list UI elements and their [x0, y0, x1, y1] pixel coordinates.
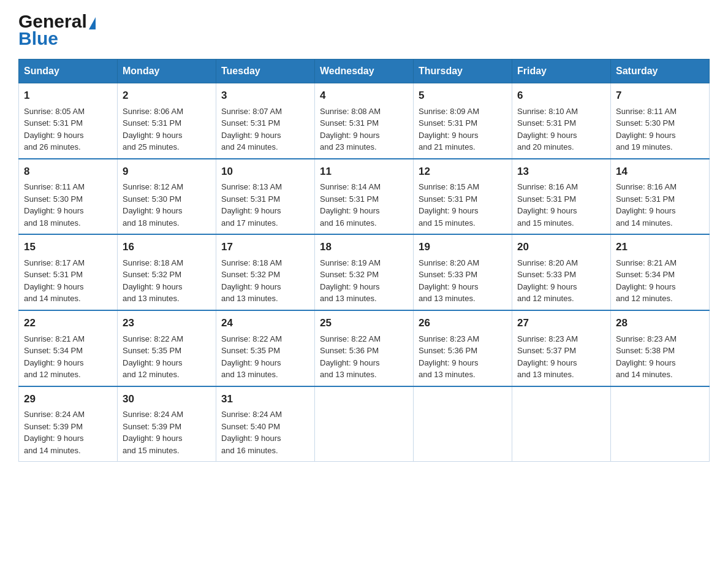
- calendar-cell: [611, 386, 710, 462]
- calendar-cell: 21Sunrise: 8:21 AMSunset: 5:34 PMDayligh…: [611, 234, 710, 310]
- header-day-monday: Monday: [118, 59, 216, 83]
- header-day-wednesday: Wednesday: [315, 59, 414, 83]
- calendar-cell: 18Sunrise: 8:19 AMSunset: 5:32 PMDayligh…: [315, 234, 414, 310]
- day-number: 28: [616, 316, 704, 331]
- page-header: General Blue: [18, 12, 710, 48]
- calendar-header: SundayMondayTuesdayWednesdayThursdayFrid…: [19, 59, 710, 83]
- day-number: 22: [24, 316, 112, 331]
- day-number: 26: [419, 316, 507, 331]
- calendar-cell: 2Sunrise: 8:06 AMSunset: 5:31 PMDaylight…: [118, 83, 216, 159]
- day-number: 3: [221, 88, 309, 104]
- day-number: 8: [24, 164, 112, 180]
- calendar-cell: 30Sunrise: 8:24 AMSunset: 5:39 PMDayligh…: [118, 386, 216, 462]
- logo-blue-text: Blue: [18, 29, 58, 48]
- calendar-table: SundayMondayTuesdayWednesdayThursdayFrid…: [18, 59, 710, 462]
- calendar-cell: 4Sunrise: 8:08 AMSunset: 5:31 PMDaylight…: [315, 83, 414, 159]
- day-info: Sunrise: 8:08 AMSunset: 5:31 PMDaylight:…: [320, 105, 408, 153]
- day-info: Sunrise: 8:24 AMSunset: 5:39 PMDaylight:…: [24, 408, 112, 456]
- calendar-cell: 1Sunrise: 8:05 AMSunset: 5:31 PMDaylight…: [19, 83, 118, 159]
- calendar-cell: 27Sunrise: 8:23 AMSunset: 5:37 PMDayligh…: [512, 310, 611, 386]
- calendar-cell: 8Sunrise: 8:11 AMSunset: 5:30 PMDaylight…: [19, 159, 118, 235]
- day-info: Sunrise: 8:10 AMSunset: 5:31 PMDaylight:…: [517, 105, 605, 153]
- day-info: Sunrise: 8:22 AMSunset: 5:35 PMDaylight:…: [221, 333, 309, 381]
- day-info: Sunrise: 8:18 AMSunset: 5:32 PMDaylight:…: [221, 257, 309, 305]
- day-info: Sunrise: 8:05 AMSunset: 5:31 PMDaylight:…: [24, 105, 112, 153]
- day-info: Sunrise: 8:16 AMSunset: 5:31 PMDaylight:…: [517, 181, 605, 229]
- day-info: Sunrise: 8:19 AMSunset: 5:32 PMDaylight:…: [320, 257, 408, 305]
- day-number: 17: [221, 240, 309, 255]
- day-info: Sunrise: 8:21 AMSunset: 5:34 PMDaylight:…: [616, 257, 704, 305]
- calendar-cell: 28Sunrise: 8:23 AMSunset: 5:38 PMDayligh…: [611, 310, 710, 386]
- day-info: Sunrise: 8:22 AMSunset: 5:35 PMDaylight:…: [123, 333, 211, 381]
- day-info: Sunrise: 8:09 AMSunset: 5:31 PMDaylight:…: [419, 105, 507, 153]
- day-info: Sunrise: 8:23 AMSunset: 5:37 PMDaylight:…: [517, 333, 605, 381]
- day-number: 29: [24, 392, 112, 407]
- day-info: Sunrise: 8:14 AMSunset: 5:31 PMDaylight:…: [320, 181, 408, 229]
- calendar-cell: 19Sunrise: 8:20 AMSunset: 5:33 PMDayligh…: [414, 234, 512, 310]
- calendar-cell: 3Sunrise: 8:07 AMSunset: 5:31 PMDaylight…: [216, 83, 315, 159]
- day-number: 16: [123, 240, 211, 255]
- day-number: 30: [123, 392, 211, 407]
- day-number: 7: [616, 88, 704, 104]
- day-info: Sunrise: 8:23 AMSunset: 5:36 PMDaylight:…: [419, 333, 507, 381]
- day-info: Sunrise: 8:18 AMSunset: 5:32 PMDaylight:…: [123, 257, 211, 305]
- day-info: Sunrise: 8:24 AMSunset: 5:39 PMDaylight:…: [123, 408, 211, 456]
- calendar-cell: 10Sunrise: 8:13 AMSunset: 5:31 PMDayligh…: [216, 159, 315, 235]
- header-day-friday: Friday: [512, 59, 611, 83]
- header-row: SundayMondayTuesdayWednesdayThursdayFrid…: [19, 59, 710, 83]
- day-number: 9: [123, 164, 211, 180]
- calendar-week-row: 1Sunrise: 8:05 AMSunset: 5:31 PMDaylight…: [19, 83, 710, 159]
- calendar-week-row: 8Sunrise: 8:11 AMSunset: 5:30 PMDaylight…: [19, 159, 710, 235]
- header-day-thursday: Thursday: [414, 59, 512, 83]
- calendar-cell: 14Sunrise: 8:16 AMSunset: 5:31 PMDayligh…: [611, 159, 710, 235]
- day-info: Sunrise: 8:24 AMSunset: 5:40 PMDaylight:…: [221, 408, 309, 456]
- calendar-cell: 17Sunrise: 8:18 AMSunset: 5:32 PMDayligh…: [216, 234, 315, 310]
- day-number: 31: [221, 392, 309, 407]
- day-number: 24: [221, 316, 309, 331]
- calendar-cell: 13Sunrise: 8:16 AMSunset: 5:31 PMDayligh…: [512, 159, 611, 235]
- day-number: 13: [517, 164, 605, 180]
- calendar-cell: [414, 386, 512, 462]
- day-number: 21: [616, 240, 704, 255]
- logo-triangle-icon: [89, 17, 96, 29]
- calendar-cell: 15Sunrise: 8:17 AMSunset: 5:31 PMDayligh…: [19, 234, 118, 310]
- logo: General Blue: [18, 12, 96, 48]
- day-info: Sunrise: 8:17 AMSunset: 5:31 PMDaylight:…: [24, 257, 112, 305]
- calendar-week-row: 15Sunrise: 8:17 AMSunset: 5:31 PMDayligh…: [19, 234, 710, 310]
- calendar-cell: 22Sunrise: 8:21 AMSunset: 5:34 PMDayligh…: [19, 310, 118, 386]
- day-number: 27: [517, 316, 605, 331]
- day-number: 4: [320, 88, 408, 104]
- day-number: 19: [419, 240, 507, 255]
- day-number: 1: [24, 88, 112, 104]
- calendar-cell: 5Sunrise: 8:09 AMSunset: 5:31 PMDaylight…: [414, 83, 512, 159]
- day-info: Sunrise: 8:21 AMSunset: 5:34 PMDaylight:…: [24, 333, 112, 381]
- calendar-cell: 20Sunrise: 8:20 AMSunset: 5:33 PMDayligh…: [512, 234, 611, 310]
- day-info: Sunrise: 8:12 AMSunset: 5:30 PMDaylight:…: [123, 181, 211, 229]
- day-info: Sunrise: 8:06 AMSunset: 5:31 PMDaylight:…: [123, 105, 211, 153]
- calendar-cell: 12Sunrise: 8:15 AMSunset: 5:31 PMDayligh…: [414, 159, 512, 235]
- day-info: Sunrise: 8:23 AMSunset: 5:38 PMDaylight:…: [616, 333, 704, 381]
- header-day-tuesday: Tuesday: [216, 59, 315, 83]
- calendar-week-row: 29Sunrise: 8:24 AMSunset: 5:39 PMDayligh…: [19, 386, 710, 462]
- header-day-saturday: Saturday: [611, 59, 710, 83]
- day-info: Sunrise: 8:11 AMSunset: 5:30 PMDaylight:…: [616, 105, 704, 153]
- calendar-cell: [512, 386, 611, 462]
- calendar-cell: 16Sunrise: 8:18 AMSunset: 5:32 PMDayligh…: [118, 234, 216, 310]
- day-info: Sunrise: 8:16 AMSunset: 5:31 PMDaylight:…: [616, 181, 704, 229]
- calendar-body: 1Sunrise: 8:05 AMSunset: 5:31 PMDaylight…: [19, 83, 710, 462]
- day-info: Sunrise: 8:07 AMSunset: 5:31 PMDaylight:…: [221, 105, 309, 153]
- calendar-cell: 7Sunrise: 8:11 AMSunset: 5:30 PMDaylight…: [611, 83, 710, 159]
- calendar-cell: 23Sunrise: 8:22 AMSunset: 5:35 PMDayligh…: [118, 310, 216, 386]
- header-day-sunday: Sunday: [19, 59, 118, 83]
- day-number: 15: [24, 240, 112, 255]
- calendar-cell: 6Sunrise: 8:10 AMSunset: 5:31 PMDaylight…: [512, 83, 611, 159]
- day-info: Sunrise: 8:13 AMSunset: 5:31 PMDaylight:…: [221, 181, 309, 229]
- day-number: 25: [320, 316, 408, 331]
- day-info: Sunrise: 8:15 AMSunset: 5:31 PMDaylight:…: [419, 181, 507, 229]
- day-info: Sunrise: 8:20 AMSunset: 5:33 PMDaylight:…: [419, 257, 507, 305]
- day-number: 12: [419, 164, 507, 180]
- day-number: 18: [320, 240, 408, 255]
- calendar-cell: 9Sunrise: 8:12 AMSunset: 5:30 PMDaylight…: [118, 159, 216, 235]
- day-info: Sunrise: 8:11 AMSunset: 5:30 PMDaylight:…: [24, 181, 112, 229]
- day-number: 20: [517, 240, 605, 255]
